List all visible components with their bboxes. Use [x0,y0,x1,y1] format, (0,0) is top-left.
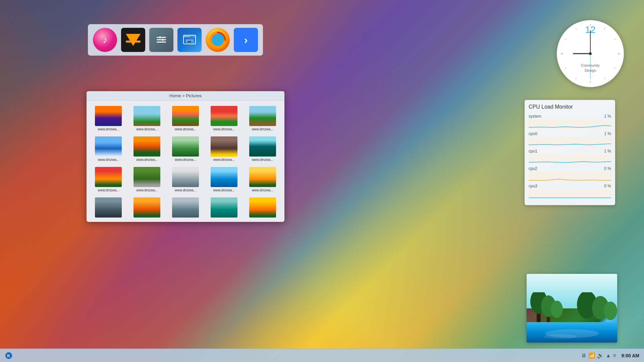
cpu-value-cpu0: 1 % [604,131,611,136]
cpu-label-cpu3: cpu3 [529,184,537,188]
breadcrumb: Home > Pictures [87,91,284,101]
list-item[interactable]: www.dmzwa... [244,195,281,219]
settings-icon [149,28,173,52]
list-item[interactable]: www.dmzwa... [244,104,281,133]
quicklaunch-vlc[interactable] [120,27,146,53]
cpu-value-system: 1 % [604,114,611,119]
cpu-label-cpu0: cpu0 [529,131,537,136]
cpu-bar-system [529,119,611,129]
svg-line-25 [576,28,577,30]
svg-line-19 [604,77,605,79]
network-icon[interactable]: 📶 [588,352,595,359]
list-item[interactable]: www.dmzwa... [205,104,243,133]
file-thumbnail [133,106,160,126]
cpu-bar-cpu0 [529,137,611,146]
svg-text:📷: 📷 [188,39,191,43]
file-label: www.dmzwa... [252,158,273,162]
cpu-monitor-widget: CPU Load Monitor system 1 % cpu0 1 % cpu… [525,100,615,205]
file-thumbnail [249,106,276,126]
file-browser-window: Home > Pictures www.dmzwa... www.dmzwa..… [87,91,284,222]
file-thumbnail [249,167,276,187]
volume-icon[interactable]: 🔊 [597,352,604,359]
screenshot-icon: 📷 [177,28,202,52]
more-icon: › [234,28,258,52]
list-item[interactable]: www.dmzwa... [205,165,243,194]
clock-widget: 12 Community Design [557,20,624,87]
list-item[interactable]: www.dmzwa... [167,134,204,164]
clock-face: 12 Community Design [558,22,622,85]
svg-line-22 [565,67,567,68]
file-label: www.dmzwa... [175,219,196,219]
photo-widget [527,274,617,343]
svg-line-18 [614,67,616,68]
svg-text:K: K [7,353,10,358]
file-label: www.dmzwa... [175,158,196,162]
svg-line-16 [614,39,616,40]
file-thumbnail [211,197,237,218]
arrow-up-icon[interactable]: ▲ [606,353,611,359]
photo-trees-svg [527,292,617,323]
list-item[interactable]: www.dmzwa... [167,195,204,219]
file-label: www.dmzwa... [98,127,119,131]
list-item[interactable]: www.dmzwa... [90,104,127,133]
file-thumbnail [172,136,199,157]
kde-menu-button[interactable]: K [3,350,15,362]
clock-hour-hand [573,53,590,54]
system-tray: 🖥 📶 🔊 ▲ ≡ [581,352,616,359]
photo-image [527,274,617,343]
svg-rect-7 [184,36,185,37]
list-item[interactable]: www.dmzwa... [244,134,281,164]
quicklaunch-firefox[interactable] [205,27,230,53]
list-item[interactable]: www.dmzwa... [244,165,281,194]
computer-icon[interactable]: 🖥 [581,353,586,359]
file-label: www.dmzwa... [136,127,158,131]
list-item[interactable]: www.dmzwa... [90,195,127,219]
file-label: www.dmzwa... [98,188,119,192]
clock-minute-hand [590,30,591,54]
svg-rect-8 [186,36,187,37]
quick-launch-bar: ♪ [88,24,263,56]
quicklaunch-music[interactable]: ♪ [92,27,118,53]
cpu-bar-cpu2 [529,172,611,181]
quicklaunch-settings[interactable] [149,27,174,53]
list-item[interactable]: www.dmzwa... [90,165,127,194]
list-item[interactable]: www.dmzwa... [90,134,127,164]
taskbar-clock[interactable]: 9:00 AM [620,352,641,359]
file-thumbnail [172,106,199,126]
file-thumbnail [172,167,199,187]
cpu-row-system: system 1 % [529,114,611,129]
kde-logo-icon: K [5,352,12,359]
list-item[interactable]: www.dmzwa... [128,195,166,219]
svg-rect-2 [157,42,166,43]
file-thumbnail [211,106,237,126]
svg-rect-9 [188,36,190,37]
file-label: www.dmzwa... [252,188,273,192]
list-item[interactable]: www.dmzwa... [128,165,166,194]
hamburger-menu-icon[interactable]: ≡ [613,353,616,359]
svg-point-4 [162,39,164,41]
file-label: www.dmzwa... [136,158,158,162]
file-thumbnail [211,136,237,157]
vlc-icon [121,28,145,52]
file-label: www.dmzwa... [213,158,235,162]
list-item[interactable]: www.dmzwa... [167,165,204,194]
list-item[interactable]: www.dmzwa... [205,195,243,219]
file-label: www.dmzwa... [175,188,196,192]
list-item[interactable]: www.dmzwa... [167,104,204,133]
cpu-label-system: system [529,114,541,119]
file-label: www.dmzwa... [252,127,273,131]
clock-center-dot [589,52,592,55]
file-grid[interactable]: www.dmzwa... www.dmzwa... www.dmzwa... w… [87,101,284,219]
cpu-label-cpu2: cpu2 [529,166,537,171]
cpu-graph-cpu2 [529,172,611,181]
list-item[interactable]: www.dmzwa... [205,134,243,164]
quicklaunch-screenshot[interactable]: 📷 [177,27,202,53]
cpu-bar-cpu1 [529,154,611,164]
file-thumbnail [172,197,199,218]
list-item[interactable]: www.dmzwa... [128,134,166,164]
list-item[interactable]: www.dmzwa... [128,104,166,133]
svg-line-15 [604,28,605,30]
file-thumbnail [211,167,237,187]
quicklaunch-more[interactable]: › [233,27,259,53]
file-label: www.dmzwa... [213,219,235,219]
